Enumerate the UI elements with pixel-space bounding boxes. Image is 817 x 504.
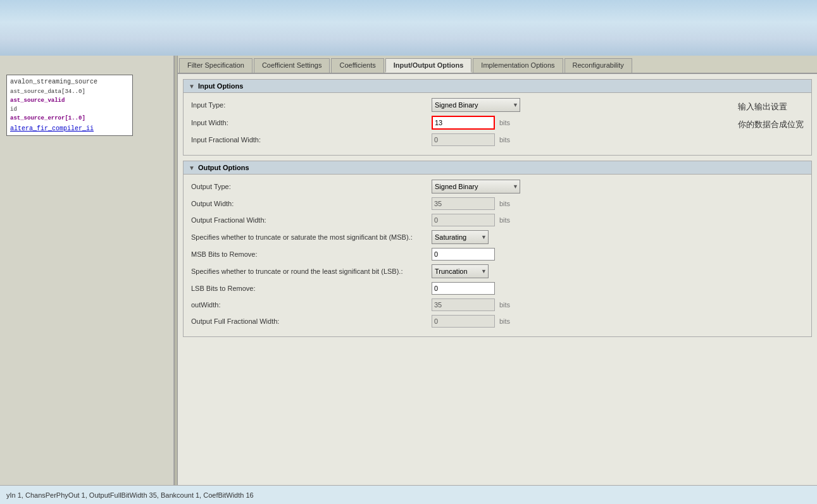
input-fractional-width-label: Input Fractional Width: <box>191 136 432 144</box>
left-panel: avalon_streaming_source ast_source_data[… <box>0 56 174 485</box>
lsb-bits-remove-input[interactable] <box>432 282 495 295</box>
msb-bits-remove-input[interactable] <box>432 248 495 261</box>
top-bar <box>0 0 817 56</box>
lsb-truncate-label: Specifies whether to truncate or round t… <box>191 267 432 275</box>
output-collapse-icon: ▼ <box>189 164 195 171</box>
output-width-row: Output Width: bits <box>191 197 804 210</box>
output-fractional-width-input <box>432 214 495 226</box>
msb-bits-remove-value <box>432 248 495 261</box>
tab-filter-specification[interactable]: Filter Specification <box>179 58 253 73</box>
input-type-dropdown-wrapper: Signed Binary Unsigned Binary Signed Int… <box>432 98 520 112</box>
right-panel: Filter Specification Coefficient Setting… <box>178 56 817 485</box>
msb-bits-remove-label: MSB Bits to Remove: <box>191 250 432 258</box>
out-width-label: outWidth: <box>191 301 432 309</box>
out-width-row: outWidth: bits <box>191 298 804 311</box>
lsb-truncate-value: Truncation Rounding ▼ <box>432 264 489 278</box>
lsb-bits-remove-label: LSB Bits to Remove: <box>191 285 432 292</box>
tabs-bar: Filter Specification Coefficient Setting… <box>178 56 817 74</box>
input-type-value: Signed Binary Unsigned Binary Signed Int… <box>432 98 520 112</box>
block-signals: ast_source_data[34..0] ast_source_valid … <box>10 87 129 123</box>
msb-truncate-value: Saturating Truncation ▼ <box>432 230 489 244</box>
input-width-unit: bits <box>499 119 510 126</box>
output-fractional-width-label: Output Fractional Width: <box>191 216 432 224</box>
output-width-unit: bits <box>499 200 510 207</box>
signal-line-4: ast_source_error[1..0] <box>10 114 129 123</box>
input-width-value: bits <box>432 116 510 130</box>
tab-input-output-options[interactable]: Input/Output Options <box>385 58 472 73</box>
block-link[interactable]: altera_fir_compiler_ii <box>10 125 129 132</box>
lsb-bits-remove-value <box>432 282 495 295</box>
output-type-dropdown-wrapper: Signed Binary Unsigned Binary Signed Int… <box>432 180 520 194</box>
status-text: yIn 1, ChansPerPhyOut 1, OutputFullBitWi… <box>6 491 254 499</box>
input-options-section: ▼ Input Options Input Type: <box>183 79 812 156</box>
output-fractional-width-unit: bits <box>499 216 510 224</box>
out-width-input <box>432 298 495 311</box>
input-width-label: Input Width: <box>191 119 432 126</box>
output-full-fractional-unit: bits <box>499 317 510 325</box>
input-fractional-width-row: Input Fractional Width: bits <box>191 133 706 146</box>
lsb-truncate-dropdown-wrapper: Truncation Rounding ▼ <box>432 264 489 278</box>
lsb-bits-remove-row: LSB Bits to Remove: <box>191 282 804 295</box>
output-full-fractional-input <box>432 315 495 328</box>
lsb-truncate-row: Specifies whether to truncate or round t… <box>191 264 804 278</box>
output-options-header: ▼ Output Options <box>184 161 811 175</box>
tab-coefficients[interactable]: Coefficients <box>331 58 384 73</box>
annotation-line1: 输入输出设置 <box>738 101 804 113</box>
status-bar: yIn 1, ChansPerPhyOut 1, OutputFullBitWi… <box>0 485 817 504</box>
main-layout: avalon_streaming_source ast_source_data[… <box>0 56 817 485</box>
output-options-content: Output Type: Signed Binary Unsigned Bina… <box>184 175 811 336</box>
output-full-fractional-label: Output Full Fractional Width: <box>191 317 432 325</box>
out-width-value: bits <box>432 298 510 311</box>
out-width-unit: bits <box>499 301 510 309</box>
annotation-line2: 你的数据合成位宽 <box>738 119 804 130</box>
input-type-label: Input Type: <box>191 101 432 109</box>
output-options-section: ▼ Output Options Output Type: Signed Bin… <box>183 161 812 337</box>
output-width-label: Output Width: <box>191 200 432 207</box>
msb-bits-remove-row: MSB Bits to Remove: <box>191 248 804 261</box>
input-options-header: ▼ Input Options <box>184 80 811 93</box>
collapse-icon: ▼ <box>189 83 195 90</box>
output-width-input <box>432 197 495 210</box>
signal-line-1: ast_source_data[34..0] <box>10 87 129 96</box>
output-type-row: Output Type: Signed Binary Unsigned Bina… <box>191 180 804 194</box>
input-type-select[interactable]: Signed Binary Unsigned Binary Signed Int… <box>432 98 520 112</box>
output-type-label: Output Type: <box>191 183 432 190</box>
output-full-fractional-value: bits <box>432 315 510 328</box>
output-fractional-width-value: bits <box>432 214 510 226</box>
block-diagram: avalon_streaming_source ast_source_data[… <box>6 75 133 136</box>
lsb-truncate-select[interactable]: Truncation Rounding <box>432 264 489 278</box>
output-options-title: Output Options <box>198 164 249 171</box>
input-options-title: Input Options <box>198 82 243 90</box>
msb-truncate-dropdown-wrapper: Saturating Truncation ▼ <box>432 230 489 244</box>
block-title: avalon_streaming_source <box>10 78 129 85</box>
output-type-value: Signed Binary Unsigned Binary Signed Int… <box>432 180 520 194</box>
input-fractional-width-value: bits <box>432 133 510 146</box>
input-width-row: Input Width: bits <box>191 116 706 130</box>
output-type-select[interactable]: Signed Binary Unsigned Binary Signed Int… <box>432 180 520 194</box>
signal-line-2: ast_source_valid <box>10 96 129 105</box>
content-area: ▼ Input Options Input Type: <box>178 74 817 485</box>
signal-line-3: id <box>10 105 129 114</box>
tab-implementation-options[interactable]: Implementation Options <box>473 58 563 73</box>
annotations: 输入输出设置 你的数据合成位宽 <box>725 101 804 130</box>
input-fractional-width-input <box>432 133 495 146</box>
tab-coefficient-settings[interactable]: Coefficient Settings <box>254 58 330 73</box>
tab-reconfigurability[interactable]: Reconfigurability <box>564 58 632 73</box>
input-fractional-width-unit: bits <box>499 136 510 144</box>
input-type-row: Input Type: Signed Binary Unsigned Binar… <box>191 98 706 112</box>
input-options-content: Input Type: Signed Binary Unsigned Binar… <box>184 93 811 155</box>
msb-truncate-label: Specifies whether to truncate or saturat… <box>191 233 432 241</box>
msb-truncate-row: Specifies whether to truncate or saturat… <box>191 230 804 244</box>
output-width-value: bits <box>432 197 510 210</box>
output-fractional-width-row: Output Fractional Width: bits <box>191 214 804 226</box>
msb-truncate-select[interactable]: Saturating Truncation <box>432 230 489 244</box>
output-full-fractional-row: Output Full Fractional Width: bits <box>191 315 804 328</box>
input-width-input[interactable] <box>432 116 495 130</box>
